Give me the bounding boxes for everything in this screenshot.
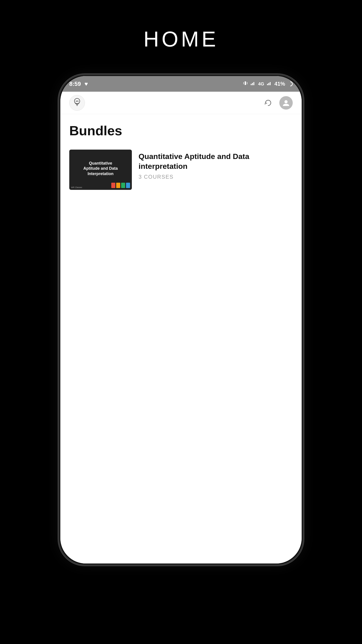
svg-text:WR: WR — [75, 100, 79, 102]
phone-shell: 8:59 ♥ 4G — [58, 74, 304, 566]
bundle-courses-count: 3 COURSES — [139, 174, 293, 180]
svg-point-15 — [285, 100, 288, 103]
svg-rect-1 — [243, 82, 244, 84]
svg-rect-2 — [247, 82, 247, 84]
network-label: 4G — [258, 82, 264, 86]
main-content: Bundles QuantitativeAptitude and DataInt… — [60, 114, 302, 564]
vibrate-icon — [243, 81, 248, 87]
refresh-button[interactable] — [263, 98, 273, 108]
app-header: WR Classes — [60, 92, 302, 114]
svg-rect-0 — [245, 82, 246, 85]
status-bar: 8:59 ♥ 4G — [60, 76, 302, 92]
app-logo: WR Classes — [69, 95, 85, 111]
svg-rect-8 — [270, 82, 271, 85]
bundle-info: Quantitative Aptitude and Data interpret… — [139, 150, 293, 180]
status-time: 8:59 — [69, 80, 81, 88]
page-title: HOME — [143, 27, 219, 52]
thumbnail-logo: WR Classes — [71, 186, 82, 188]
logo-area: WR Classes — [69, 95, 85, 111]
svg-rect-5 — [253, 82, 254, 85]
battery-percentage: 41% — [274, 81, 285, 87]
bundle-title: Quantitative Aptitude and Data interpret… — [139, 152, 293, 171]
book-blue — [126, 183, 130, 188]
svg-text:Classes: Classes — [75, 103, 79, 104]
logo-text: WR Classes — [70, 96, 84, 110]
book-green — [121, 183, 125, 188]
svg-rect-7 — [268, 83, 269, 85]
thumbnail-books — [111, 183, 130, 188]
signal-icon-2 — [267, 81, 272, 87]
volume-up-button[interactable] — [58, 198, 58, 216]
svg-rect-3 — [251, 84, 252, 85]
header-icons — [263, 96, 293, 110]
phone-screen: 8:59 ♥ 4G — [60, 76, 302, 564]
status-left: 8:59 ♥ — [69, 80, 88, 88]
book-yellow — [116, 183, 120, 188]
heart-icon: ♥ — [84, 80, 88, 88]
profile-button[interactable] — [279, 96, 293, 110]
volume-down-button[interactable] — [58, 223, 58, 240]
svg-rect-4 — [252, 83, 253, 85]
bundle-thumbnail: QuantitativeAptitude and DataInterpretat… — [69, 150, 132, 190]
bundle-item[interactable]: QuantitativeAptitude and DataInterpretat… — [69, 147, 293, 192]
bundles-list: QuantitativeAptitude and DataInterpretat… — [69, 147, 293, 192]
bundles-heading: Bundles — [69, 123, 293, 138]
status-right: 4G 41% — [243, 81, 293, 87]
book-red — [111, 183, 115, 188]
thumbnail-title: QuantitativeAptitude and DataInterpretat… — [83, 161, 118, 176]
svg-rect-6 — [267, 84, 268, 85]
moon-icon — [288, 82, 293, 86]
signal-icon — [251, 81, 255, 87]
